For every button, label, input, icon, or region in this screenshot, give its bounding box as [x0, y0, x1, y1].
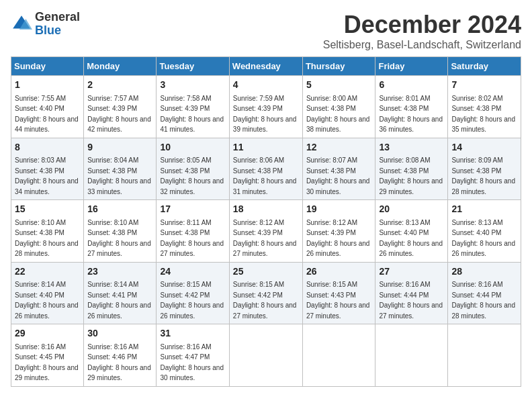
calendar-cell: 3 Sunrise: 7:58 AMSunset: 4:39 PMDayligh… — [157, 76, 229, 138]
calendar-cell: 12 Sunrise: 8:07 AMSunset: 4:38 PMDaylig… — [302, 138, 375, 200]
calendar-cell: 16 Sunrise: 8:10 AMSunset: 4:38 PMDaylig… — [84, 200, 157, 263]
day-detail: Sunrise: 8:15 AMSunset: 4:43 PMDaylight:… — [306, 281, 370, 320]
day-detail: Sunrise: 8:00 AMSunset: 4:38 PMDaylight:… — [306, 95, 370, 134]
day-detail: Sunrise: 8:05 AMSunset: 4:38 PMDaylight:… — [160, 156, 224, 195]
day-number: 28 — [451, 265, 517, 279]
day-detail: Sunrise: 8:03 AMSunset: 4:38 PMDaylight:… — [15, 156, 79, 195]
day-detail: Sunrise: 8:14 AMSunset: 4:40 PMDaylight:… — [15, 281, 79, 320]
day-detail: Sunrise: 8:02 AMSunset: 4:38 PMDaylight:… — [451, 95, 515, 134]
calendar-week-3: 15 Sunrise: 8:10 AMSunset: 4:38 PMDaylig… — [11, 200, 521, 263]
calendar-week-5: 29 Sunrise: 8:16 AMSunset: 4:45 PMDaylig… — [11, 324, 521, 387]
day-detail: Sunrise: 8:07 AMSunset: 4:38 PMDaylight:… — [306, 156, 370, 195]
day-header-monday: Monday — [84, 57, 157, 76]
day-detail: Sunrise: 8:13 AMSunset: 4:40 PMDaylight:… — [451, 219, 515, 258]
calendar-cell: 18 Sunrise: 8:12 AMSunset: 4:39 PMDaylig… — [229, 200, 302, 263]
logo-blue-text: Blue — [35, 24, 80, 38]
day-number: 5 — [306, 79, 372, 92]
calendar-cell: 5 Sunrise: 8:00 AMSunset: 4:38 PMDayligh… — [302, 76, 375, 138]
day-detail: Sunrise: 7:59 AMSunset: 4:39 PMDaylight:… — [233, 95, 297, 134]
day-number: 21 — [451, 203, 517, 216]
day-header-thursday: Thursday — [302, 57, 375, 76]
day-number: 14 — [451, 141, 517, 154]
day-detail: Sunrise: 8:13 AMSunset: 4:40 PMDaylight:… — [379, 219, 443, 258]
calendar-cell: 29 Sunrise: 8:16 AMSunset: 4:45 PMDaylig… — [11, 324, 84, 387]
day-number: 18 — [233, 203, 299, 216]
day-detail: Sunrise: 8:12 AMSunset: 4:39 PMDaylight:… — [306, 219, 370, 258]
day-number: 26 — [306, 265, 372, 279]
calendar-cell: 30 Sunrise: 8:16 AMSunset: 4:46 PMDaylig… — [84, 324, 157, 387]
day-number: 23 — [87, 265, 152, 279]
calendar-week-1: 1 Sunrise: 7:55 AMSunset: 4:40 PMDayligh… — [11, 76, 521, 138]
calendar-cell: 2 Sunrise: 7:57 AMSunset: 4:39 PMDayligh… — [84, 76, 157, 138]
day-detail: Sunrise: 8:16 AMSunset: 4:47 PMDaylight:… — [160, 343, 224, 382]
logo: General Blue — [11, 11, 80, 38]
day-header-tuesday: Tuesday — [157, 57, 229, 76]
calendar-cell: 23 Sunrise: 8:14 AMSunset: 4:41 PMDaylig… — [84, 262, 157, 324]
day-header-friday: Friday — [375, 57, 448, 76]
day-number: 13 — [379, 141, 444, 154]
day-number: 31 — [160, 327, 225, 340]
day-detail: Sunrise: 8:12 AMSunset: 4:39 PMDaylight:… — [233, 219, 297, 258]
day-detail: Sunrise: 7:57 AMSunset: 4:39 PMDaylight:… — [87, 95, 151, 134]
calendar-table: SundayMondayTuesdayWednesdayThursdayFrid… — [11, 56, 521, 387]
day-number: 3 — [160, 79, 225, 92]
calendar-cell — [448, 324, 521, 387]
day-detail: Sunrise: 7:55 AMSunset: 4:40 PMDaylight:… — [15, 95, 79, 134]
day-number: 19 — [306, 203, 372, 216]
calendar-cell: 25 Sunrise: 8:15 AMSunset: 4:42 PMDaylig… — [229, 262, 302, 324]
calendar-cell: 27 Sunrise: 8:16 AMSunset: 4:44 PMDaylig… — [375, 262, 448, 324]
calendar-cell — [375, 324, 448, 387]
calendar-cell: 22 Sunrise: 8:14 AMSunset: 4:40 PMDaylig… — [11, 262, 84, 324]
calendar-cell — [302, 324, 375, 387]
day-header-wednesday: Wednesday — [229, 57, 302, 76]
calendar-cell: 19 Sunrise: 8:12 AMSunset: 4:39 PMDaylig… — [302, 200, 375, 263]
calendar-cell: 9 Sunrise: 8:04 AMSunset: 4:38 PMDayligh… — [84, 138, 157, 200]
day-number: 8 — [15, 141, 80, 154]
calendar-cell: 1 Sunrise: 7:55 AMSunset: 4:40 PMDayligh… — [11, 76, 84, 138]
day-detail: Sunrise: 8:04 AMSunset: 4:38 PMDaylight:… — [87, 156, 151, 195]
calendar-cell: 8 Sunrise: 8:03 AMSunset: 4:38 PMDayligh… — [11, 138, 84, 200]
day-detail: Sunrise: 8:16 AMSunset: 4:46 PMDaylight:… — [87, 343, 151, 382]
calendar-cell: 15 Sunrise: 8:10 AMSunset: 4:38 PMDaylig… — [11, 200, 84, 263]
day-header-sunday: Sunday — [11, 57, 84, 76]
month-title: December 2024 — [323, 11, 521, 39]
calendar-week-2: 8 Sunrise: 8:03 AMSunset: 4:38 PMDayligh… — [11, 138, 521, 200]
day-detail: Sunrise: 8:16 AMSunset: 4:44 PMDaylight:… — [379, 281, 443, 320]
calendar-cell: 13 Sunrise: 8:08 AMSunset: 4:38 PMDaylig… — [375, 138, 448, 200]
day-number: 27 — [379, 265, 444, 279]
calendar-cell: 28 Sunrise: 8:16 AMSunset: 4:44 PMDaylig… — [448, 262, 521, 324]
day-detail: Sunrise: 8:01 AMSunset: 4:38 PMDaylight:… — [379, 95, 443, 134]
calendar-cell: 21 Sunrise: 8:13 AMSunset: 4:40 PMDaylig… — [448, 200, 521, 263]
page-header: General Blue December 2024 Seltisberg, B… — [11, 11, 521, 51]
day-detail: Sunrise: 8:15 AMSunset: 4:42 PMDaylight:… — [233, 281, 297, 320]
day-detail: Sunrise: 8:16 AMSunset: 4:45 PMDaylight:… — [15, 343, 79, 382]
day-number: 9 — [87, 141, 152, 154]
day-header-saturday: Saturday — [448, 57, 521, 76]
calendar-cell: 6 Sunrise: 8:01 AMSunset: 4:38 PMDayligh… — [375, 76, 448, 138]
calendar-cell: 26 Sunrise: 8:15 AMSunset: 4:43 PMDaylig… — [302, 262, 375, 324]
day-detail: Sunrise: 8:16 AMSunset: 4:44 PMDaylight:… — [451, 281, 515, 320]
day-number: 25 — [233, 265, 299, 279]
calendar-cell: 17 Sunrise: 8:11 AMSunset: 4:38 PMDaylig… — [157, 200, 229, 263]
calendar-cell: 4 Sunrise: 7:59 AMSunset: 4:39 PMDayligh… — [229, 76, 302, 138]
logo-icon — [11, 13, 32, 35]
calendar-cell: 10 Sunrise: 8:05 AMSunset: 4:38 PMDaylig… — [157, 138, 229, 200]
day-number: 6 — [379, 79, 444, 92]
day-number: 17 — [160, 203, 225, 216]
day-number: 12 — [306, 141, 372, 154]
day-detail: Sunrise: 8:14 AMSunset: 4:41 PMDaylight:… — [87, 281, 151, 320]
calendar-cell: 11 Sunrise: 8:06 AMSunset: 4:38 PMDaylig… — [229, 138, 302, 200]
day-number: 15 — [15, 203, 80, 216]
day-number: 20 — [379, 203, 444, 216]
day-detail: Sunrise: 7:58 AMSunset: 4:39 PMDaylight:… — [160, 95, 224, 134]
location-subtitle: Seltisberg, Basel-Landschaft, Switzerlan… — [323, 39, 521, 51]
day-number: 22 — [15, 265, 80, 279]
calendar-cell: 14 Sunrise: 8:09 AMSunset: 4:38 PMDaylig… — [448, 138, 521, 200]
calendar-cell: 31 Sunrise: 8:16 AMSunset: 4:47 PMDaylig… — [157, 324, 229, 387]
day-number: 7 — [451, 79, 517, 92]
day-number: 30 — [87, 327, 152, 340]
day-number: 29 — [15, 327, 80, 340]
calendar-header-row: SundayMondayTuesdayWednesdayThursdayFrid… — [11, 57, 521, 76]
day-detail: Sunrise: 8:06 AMSunset: 4:38 PMDaylight:… — [233, 156, 297, 195]
title-block: December 2024 Seltisberg, Basel-Landscha… — [323, 11, 521, 51]
